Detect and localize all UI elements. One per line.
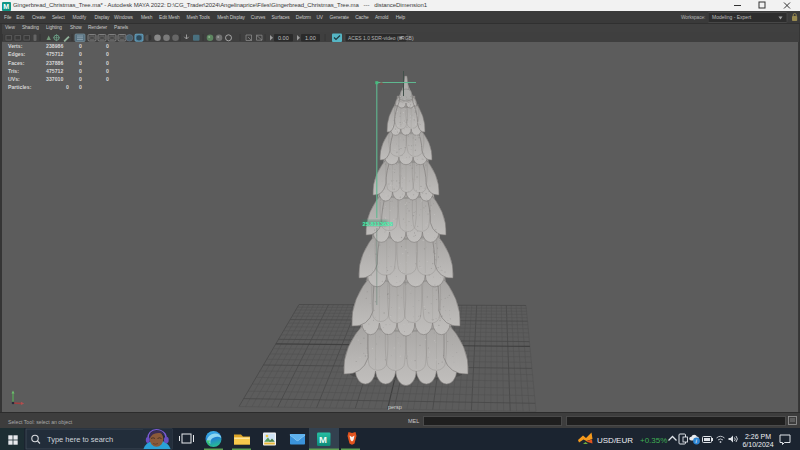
svg-text:M: M [3, 3, 9, 10]
svg-text:+0.35%: +0.35% [640, 436, 667, 445]
svg-text:Modeling - Expert: Modeling - Expert [712, 14, 752, 20]
svg-text:0.00: 0.00 [278, 35, 289, 41]
svg-text:25.8113638: 25.8113638 [363, 221, 394, 227]
svg-text:Type here to search: Type here to search [47, 435, 113, 444]
svg-text:ACES 1.0 SDR-video (sRGB): ACES 1.0 SDR-video (sRGB) [348, 35, 414, 41]
svg-text:USD/EUR: USD/EUR [597, 436, 633, 445]
svg-text:6/10/2024: 6/10/2024 [742, 441, 773, 448]
svg-text:M: M [319, 434, 327, 445]
svg-text:2:26 PM: 2:26 PM [745, 433, 771, 440]
svg-text:1.00: 1.00 [305, 35, 316, 41]
